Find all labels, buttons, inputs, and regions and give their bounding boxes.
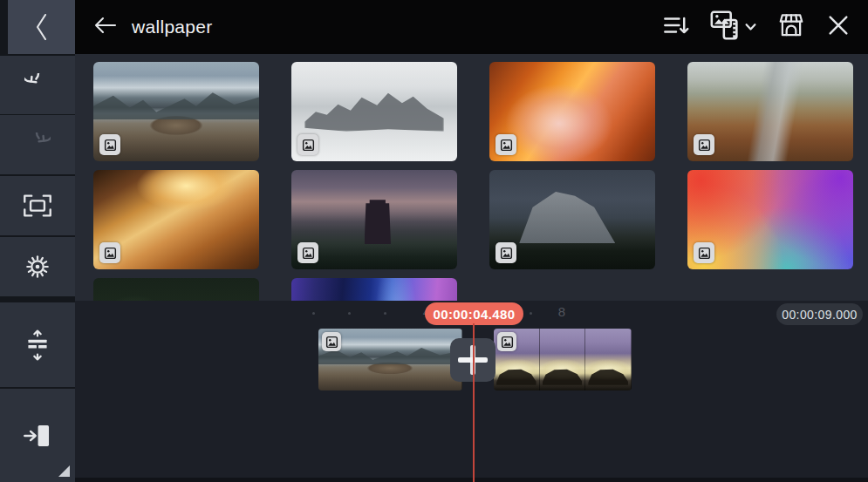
store-icon	[777, 12, 805, 42]
export-button[interactable]	[0, 389, 75, 482]
close-button[interactable]	[826, 13, 851, 41]
page-title: wallpaper	[132, 17, 213, 37]
image-badge-icon	[99, 242, 120, 263]
sort-button[interactable]	[663, 14, 689, 40]
undo-button[interactable]	[0, 56, 75, 114]
sort-descending-icon	[663, 14, 689, 40]
library-item-great-wall-autumn[interactable]	[687, 62, 853, 161]
playhead-time-badge[interactable]: 00:00:04.480	[425, 302, 523, 325]
left-toolbar	[0, 0, 75, 482]
expand-tracks-icon	[24, 329, 51, 361]
panel-resize-corner[interactable]	[58, 465, 70, 477]
media-filter-icon	[710, 10, 740, 44]
export-arrow-icon	[23, 422, 52, 450]
video-editor-app: wallpaper	[0, 0, 868, 482]
image-badge-icon	[496, 134, 516, 155]
image-badge-icon	[99, 134, 120, 155]
header-actions	[663, 0, 851, 54]
ruler-tick	[384, 312, 386, 315]
collapse-panel-button[interactable]	[8, 0, 75, 54]
undo-icon	[24, 73, 51, 98]
track-height-button[interactable]	[0, 302, 75, 387]
library-item-foggy-mountains[interactable]	[291, 62, 457, 161]
close-icon	[826, 13, 851, 41]
ruler-label: 8	[555, 304, 569, 319]
timeline-panel[interactable]: 48 00:00:04.480 00:00:09.000	[75, 301, 868, 482]
image-badge-icon	[496, 242, 516, 263]
image-badge-icon	[694, 242, 714, 263]
capture-frame-button[interactable]	[0, 176, 75, 235]
chevron-left-icon	[31, 10, 52, 44]
timeline-clip[interactable]	[494, 329, 632, 390]
ruler-tick	[348, 312, 351, 315]
total-duration-badge: 00:00:09.000	[776, 303, 863, 325]
back-button[interactable]	[92, 14, 119, 40]
image-badge-icon	[297, 134, 318, 155]
image-badge-icon	[497, 332, 516, 351]
capture-frame-icon	[23, 193, 52, 218]
redo-button[interactable]	[0, 115, 75, 174]
library-item-mountain-lake[interactable]	[93, 62, 259, 161]
library-item-canyon-orange[interactable]	[489, 62, 655, 161]
library-item-color-gradient[interactable]	[687, 170, 853, 269]
clip-frame	[540, 329, 586, 390]
store-button[interactable]	[777, 12, 805, 42]
library-item-aurora-gradient[interactable]	[291, 278, 457, 301]
library-item-great-wall-dusk[interactable]	[291, 170, 457, 269]
ruler-tick	[530, 312, 532, 315]
library-item-half-dome[interactable]	[489, 170, 655, 269]
library-item-dark-foliage[interactable]	[93, 278, 259, 301]
ruler-tick	[312, 312, 315, 315]
playhead-line[interactable]	[473, 323, 475, 482]
redo-icon	[24, 132, 51, 157]
gear-icon	[24, 253, 51, 281]
header-bar: wallpaper	[75, 0, 868, 54]
image-badge-icon	[297, 242, 318, 263]
image-badge-icon	[694, 134, 714, 155]
arrow-left-icon	[92, 14, 119, 40]
chevron-down-icon	[745, 19, 756, 35]
library-item-canyon-amber[interactable]	[93, 170, 259, 269]
timeline-clip[interactable]	[318, 329, 462, 390]
media-filter-button[interactable]	[710, 10, 756, 44]
clip-frame	[585, 329, 632, 390]
image-badge-icon	[322, 332, 341, 351]
settings-button[interactable]	[0, 237, 75, 296]
media-grid	[75, 54, 868, 301]
